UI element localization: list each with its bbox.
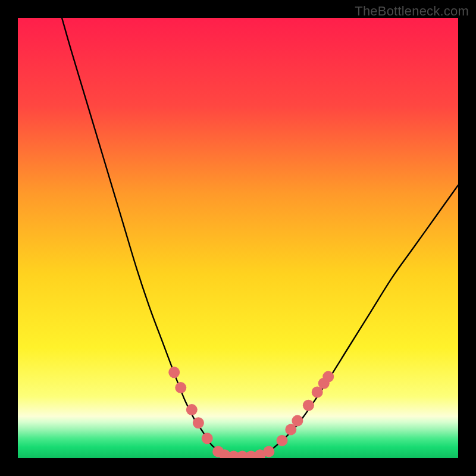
marker-dot [202, 433, 213, 444]
marker-dot [263, 446, 274, 457]
marker-dot [175, 382, 186, 393]
marker-dot [168, 367, 180, 378]
marker-dot [292, 415, 303, 427]
marker-dot [186, 404, 198, 415]
marker-dot [277, 435, 288, 446]
watermark-text: TheBottleneck.com [355, 4, 469, 19]
gradient-background [18, 18, 458, 458]
marker-dot [322, 371, 334, 383]
bottleneck-chart [18, 18, 458, 458]
chart-frame: TheBottleneck.com [0, 0, 476, 476]
marker-dot [303, 400, 314, 411]
marker-dot [193, 417, 204, 428]
